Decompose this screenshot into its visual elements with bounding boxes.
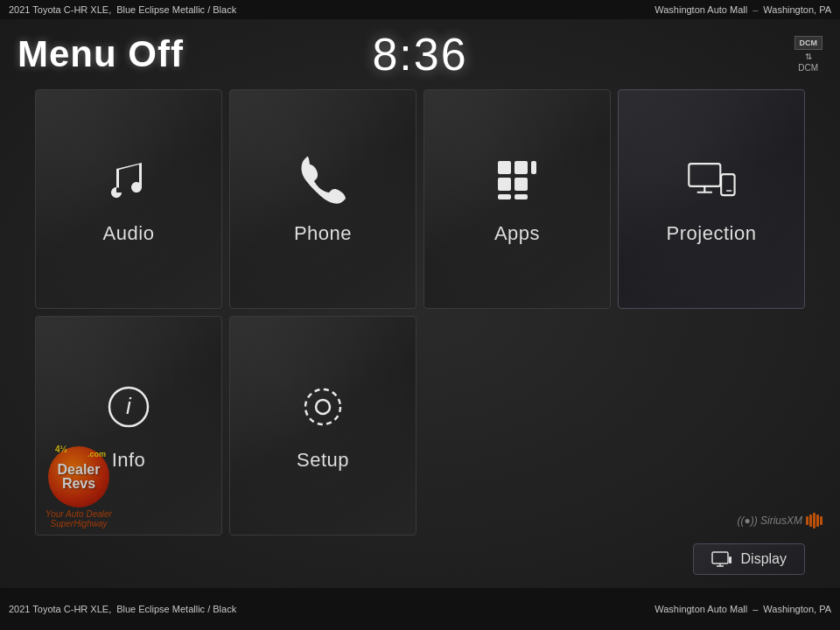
display-button[interactable]: Display (693, 543, 805, 575)
top-separator: – (752, 4, 758, 15)
svg-point-15 (305, 389, 340, 424)
music-icon (102, 154, 155, 206)
bottom-location: Washington, PA (763, 604, 831, 614)
apps-label: Apps (494, 222, 540, 245)
dcm-arrows: ⇅ (805, 52, 812, 61)
dcm-badge: DCM ⇅ DCM (794, 36, 823, 73)
projection-icon (685, 154, 738, 206)
display-icon (711, 551, 732, 567)
top-bar-dealer-info: Washington Auto Mall – Washington, PA (654, 4, 831, 15)
menu-off-title: Menu Off (18, 33, 184, 75)
bottom-car-info: 2021 Toyota C-HR XLE, Blue Eclipse Metal… (9, 604, 236, 614)
svg-rect-10 (721, 174, 734, 195)
top-bar-car-info: 2021 Toyota C-HR XLE, Blue Eclipse Metal… (9, 4, 236, 15)
svg-point-14 (316, 400, 330, 414)
dealer-revs-watermark: Dealer Revs .com 4½ Your Auto Dealer Sup… (18, 446, 140, 528)
top-car-color: Blue Eclipse Metallic / Black (116, 4, 236, 15)
svg-rect-1 (514, 161, 528, 174)
svg-rect-2 (531, 161, 536, 174)
svg-rect-6 (514, 194, 528, 200)
svg-rect-4 (514, 178, 528, 191)
bottom-dealer: Washington Auto Mall (654, 604, 747, 614)
dcm-label: DCM (794, 36, 823, 50)
svg-rect-5 (498, 194, 511, 200)
screen-header: Menu Off 8:36 DCM ⇅ DCM (0, 28, 840, 80)
svg-rect-3 (498, 178, 511, 191)
display-label: Display (741, 551, 787, 567)
info-icon: i (102, 381, 155, 433)
top-dealer: Washington Auto Mall (654, 4, 747, 15)
setup-label: Setup (297, 449, 349, 472)
phone-icon (297, 154, 349, 206)
siriusxm-logo: ((●)) SiriusXM (737, 513, 822, 528)
apps-grid-icon (491, 154, 543, 206)
main-screen: Menu Off 8:36 DCM ⇅ DCM Audio Phone (0, 19, 840, 588)
phone-label: Phone (294, 222, 352, 245)
sirius-text: ((●)) SiriusXM (737, 514, 802, 527)
phone-tile[interactable]: Phone (229, 89, 416, 309)
top-car-title: 2021 Toyota C-HR XLE, (9, 4, 111, 15)
bottom-car-title: 2021 Toyota C-HR XLE, (9, 604, 111, 614)
bottom-dealer-info: Washington Auto Mall – Washington, PA (654, 604, 831, 614)
top-location: Washington, PA (763, 4, 831, 15)
svg-rect-16 (712, 552, 728, 564)
setup-tile[interactable]: Setup (229, 316, 416, 536)
svg-rect-19 (729, 556, 732, 564)
dcm-bottom: DCM (798, 63, 818, 73)
bottom-car-color: Blue Eclipse Metallic / Black (116, 604, 236, 614)
apps-tile[interactable]: Apps (424, 89, 611, 309)
audio-label: Audio (103, 222, 155, 245)
svg-rect-7 (689, 164, 720, 186)
bottom-info-bar: 2021 Toyota C-HR XLE, Blue Eclipse Metal… (0, 588, 840, 630)
bottom-separator: – (752, 604, 758, 614)
svg-rect-0 (498, 161, 511, 174)
gear-icon (297, 381, 349, 433)
top-info-bar: 2021 Toyota C-HR XLE, Blue Eclipse Metal… (0, 0, 840, 19)
menu-grid: Audio Phone Apps (35, 89, 805, 536)
audio-tile[interactable]: Audio (35, 89, 222, 309)
time-display: 8:36 (372, 28, 467, 80)
svg-text:i: i (126, 393, 132, 419)
projection-tile[interactable]: Projection (618, 89, 805, 309)
projection-label: Projection (667, 222, 757, 245)
